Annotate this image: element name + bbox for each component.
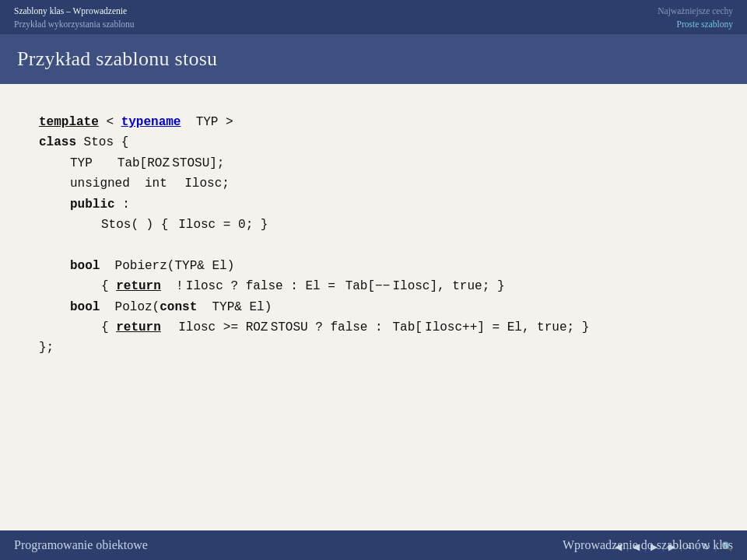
keyword-template: template <box>39 115 99 129</box>
top-navigation-bar: Szablony klas – Wprowadzenie Przykład wy… <box>0 0 747 34</box>
navigation-icons: ◀ | ◀ | ▶ | ▶ | ≡ | ↻ | 🔍 <box>615 541 733 553</box>
code-line-6: Stos( ) { Ilosc = 0; } <box>39 215 708 235</box>
slide-title-bar: Przykład szablonu stosu <box>0 34 747 84</box>
code-line-4: unsigned int Ilosc; <box>39 173 708 194</box>
nav-item-proste-szablony[interactable]: Proste szablony <box>658 18 733 31</box>
nav-item-przyklad[interactable]: Przykład wykorzystania szablonu <box>14 18 135 31</box>
code-line-5: public : <box>39 194 708 215</box>
top-nav-right: Najważniejsze cechy Proste szablony <box>658 5 733 32</box>
code-line-9: { return ! Ilosc ? false : El = Tab[−− I… <box>39 276 708 296</box>
keyword-class: class <box>39 135 76 149</box>
code-line-blank <box>39 235 708 255</box>
code-line-11: { return Ilosc >= ROZ STOSU ? false : Ta… <box>39 317 708 338</box>
nav-icon-sep-1: | <box>626 543 628 551</box>
bottom-bar: Programowanie obiektowe Wprowadzenie do … <box>0 530 747 560</box>
keyword-typename: typename <box>121 115 181 129</box>
nav-icon-menu[interactable]: ≡ <box>686 541 692 553</box>
top-nav-left: Szablony klas – Wprowadzenie Przykład wy… <box>14 5 135 32</box>
bottom-bar-left-label: Programowanie obiektowe <box>14 538 148 552</box>
code-line-2: class Stos { <box>39 132 708 152</box>
keyword-return-1: return <box>116 279 161 293</box>
code-line-1: template < typename TYP > <box>39 112 708 132</box>
nav-item-najwazniejsze[interactable]: Najważniejsze cechy <box>658 5 733 18</box>
keyword-bool-2: bool <box>70 300 100 314</box>
nav-icon-sep-2: | <box>644 543 646 551</box>
nav-icon-search[interactable]: 🔍 <box>721 541 733 553</box>
nav-icon-refresh[interactable]: ↻ <box>703 541 710 553</box>
code-block: template < typename TYP > class Stos { T… <box>39 112 708 359</box>
code-line-3: TYP Tab[ROZ STOSU]; <box>39 153 708 173</box>
nav-icon-sep-5: | <box>696 543 698 551</box>
nav-icon-next-next[interactable]: ▶ <box>668 541 675 553</box>
code-line-10: bool Poloz(const TYP& El) <box>39 297 708 317</box>
keyword-return-2: return <box>116 320 161 334</box>
nav-icon-sep-6: | <box>715 543 717 551</box>
nav-icon-sep-3: | <box>662 543 664 551</box>
slide-title: Przykład szablonu stosu <box>17 47 217 71</box>
keyword-public: public <box>70 198 115 212</box>
nav-icon-prev-prev[interactable]: ◀ <box>615 541 622 553</box>
code-line-8: bool Pobierz(TYP& El) <box>39 256 708 276</box>
nav-icon-next[interactable]: ▶ <box>651 541 658 553</box>
main-content-area: template < typename TYP > class Stos { T… <box>0 84 747 530</box>
nav-item-szablony-klas[interactable]: Szablony klas – Wprowadzenie <box>14 5 135 18</box>
keyword-const: const <box>160 300 197 314</box>
keyword-bool-1: bool <box>70 259 100 273</box>
nav-icon-prev[interactable]: ◀ <box>633 541 640 553</box>
code-line-12: }; <box>39 338 708 358</box>
nav-icon-sep-4: | <box>680 543 682 551</box>
